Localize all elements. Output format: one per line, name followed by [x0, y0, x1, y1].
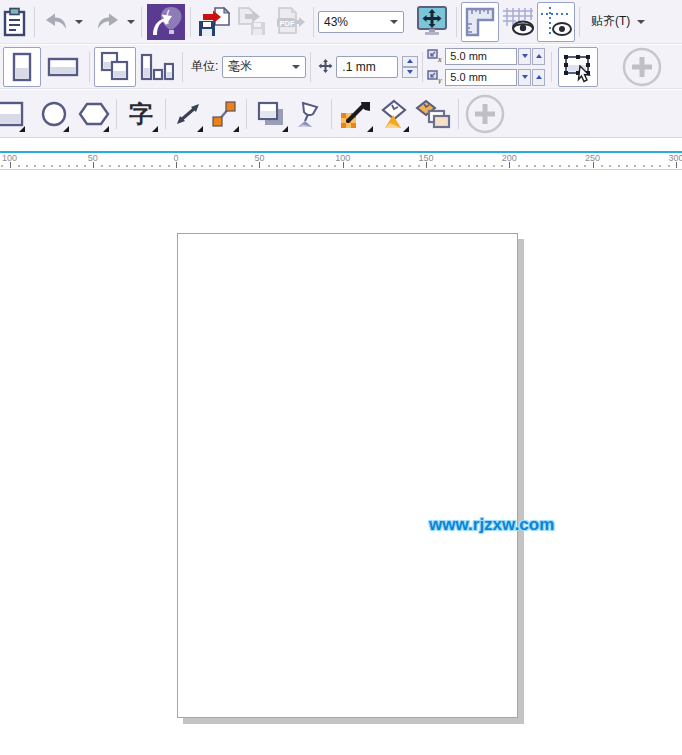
all-pages-size-button[interactable] — [94, 47, 136, 87]
drop-shadow-icon — [255, 100, 287, 128]
caret-down-icon — [390, 20, 398, 24]
separator — [422, 52, 423, 82]
zoom-level-combobox[interactable]: 43% — [318, 11, 404, 33]
triangle-down-icon — [522, 75, 528, 79]
ellipse-icon — [40, 101, 68, 127]
zoom-level-value: 43% — [324, 15, 348, 29]
spin-down-button[interactable] — [402, 67, 418, 78]
flyout-indicator — [103, 126, 109, 132]
export-icon — [235, 6, 269, 38]
publish-to-pdf-button-disabled: PDF — [271, 3, 309, 41]
rectangle-tool[interactable] — [0, 93, 28, 135]
toolbox: 字 — [0, 90, 682, 138]
dimension-arrow-icon — [174, 101, 202, 127]
ruler-icon — [464, 6, 496, 38]
connector-tool[interactable] — [206, 93, 242, 135]
drawing-canvas[interactable]: www.rjzxw.com — [0, 171, 682, 755]
polygon-tool[interactable] — [76, 93, 112, 135]
coreldraw-window: PDF 43% — [0, 0, 682, 755]
separator — [310, 52, 311, 82]
smart-fill-tool[interactable] — [412, 93, 454, 135]
paste-button[interactable] — [0, 3, 30, 41]
watermark-text: www.rjzxw.com — [429, 515, 554, 535]
ruler-toggle-button[interactable] — [461, 2, 499, 42]
undo-button[interactable] — [39, 3, 73, 41]
plus-circle-icon — [464, 93, 506, 135]
duplicate-y-spin-button[interactable] — [532, 69, 545, 86]
triangle-up-icon — [536, 75, 542, 79]
separator — [331, 99, 332, 129]
separator — [190, 7, 191, 37]
page-sizes-icon — [140, 52, 174, 82]
duplicate-x-value: 5.0 mm — [450, 50, 487, 62]
clipboard-paste-icon — [2, 7, 28, 37]
import-button[interactable] — [195, 3, 233, 41]
grid-toggle-button[interactable] — [499, 2, 537, 42]
separator — [313, 7, 314, 37]
undo-dropdown-caret[interactable] — [73, 5, 85, 39]
triangle-down-icon — [407, 70, 413, 74]
duplicate-x-field[interactable]: 5.0 mm — [445, 48, 517, 65]
snap-to-dropdown[interactable]: 贴齐(T) — [584, 3, 652, 41]
document-page[interactable] — [177, 233, 518, 718]
separator — [182, 52, 183, 82]
units-combobox[interactable]: 毫米 — [222, 56, 306, 78]
eyedropper-icon — [339, 99, 373, 129]
import-icon — [197, 6, 231, 38]
svg-text:PDF: PDF — [280, 18, 295, 27]
pan-button[interactable] — [412, 2, 452, 42]
snap-to-label: 贴齐(T) — [591, 13, 630, 30]
color-eyedropper-tool[interactable] — [336, 93, 376, 135]
ellipse-tool[interactable] — [36, 93, 72, 135]
polygon-icon — [78, 101, 110, 127]
current-page-size-button[interactable] — [136, 47, 178, 87]
smart-fill-icon — [415, 99, 451, 129]
treat-as-filled-button[interactable] — [558, 47, 598, 87]
duplicate-distance-group: x 5.0 mm y 5.0 mm — [427, 46, 545, 88]
duplicate-y-icon: y — [427, 70, 443, 84]
application-launcher-button[interactable] — [146, 2, 186, 42]
text-tool-glyph: 字 — [129, 102, 153, 126]
duplicate-y-row: y 5.0 mm — [427, 68, 545, 87]
fill-bucket-icon — [379, 99, 409, 129]
separator — [246, 99, 247, 129]
selection-cursor-icon — [561, 51, 595, 83]
caret-down-icon — [637, 20, 645, 24]
rectangle-icon — [0, 101, 24, 127]
flyout-indicator — [152, 126, 158, 132]
transparency-tool[interactable] — [291, 93, 327, 135]
separator — [89, 52, 90, 82]
interactive-fill-tool[interactable] — [376, 93, 412, 135]
nudge-distance-value: .1 mm — [342, 60, 375, 74]
portrait-page-icon — [11, 52, 33, 82]
caret-down-icon — [127, 20, 135, 24]
horizontal-ruler[interactable]: 10050050100150200250300 — [0, 153, 682, 170]
separator — [165, 99, 166, 129]
redo-button[interactable] — [91, 3, 125, 41]
drop-shadow-tool[interactable] — [251, 93, 291, 135]
flyout-indicator — [403, 126, 409, 132]
duplicate-x-dropdown-button[interactable] — [518, 48, 531, 65]
redo-arrow-icon — [95, 11, 121, 33]
pdf-icon: PDF — [273, 6, 307, 38]
redo-dropdown-caret[interactable] — [125, 5, 137, 39]
spin-up-button[interactable] — [402, 56, 418, 67]
text-tool[interactable]: 字 — [121, 93, 161, 135]
landscape-orientation-button[interactable] — [41, 47, 85, 87]
stacked-pages-icon — [99, 51, 131, 83]
portrait-orientation-button[interactable] — [3, 47, 41, 87]
duplicate-x-row: x 5.0 mm — [427, 47, 545, 66]
duplicate-y-field[interactable]: 5.0 mm — [445, 69, 517, 86]
triangle-down-icon — [522, 54, 528, 58]
nudge-spinner[interactable] — [402, 56, 418, 78]
duplicate-x-icon: x — [427, 49, 443, 63]
triangle-up-icon — [407, 59, 413, 63]
nudge-distance-field[interactable]: .1 mm — [336, 56, 398, 78]
guidelines-toggle-button[interactable] — [537, 2, 575, 42]
wine-glass-icon — [294, 100, 324, 128]
add-property-button-disabled — [620, 45, 664, 89]
duplicate-y-dropdown-button[interactable] — [518, 69, 531, 86]
dimension-tool[interactable] — [170, 93, 206, 135]
flyout-indicator — [63, 126, 69, 132]
duplicate-x-spin-button[interactable] — [532, 48, 545, 65]
